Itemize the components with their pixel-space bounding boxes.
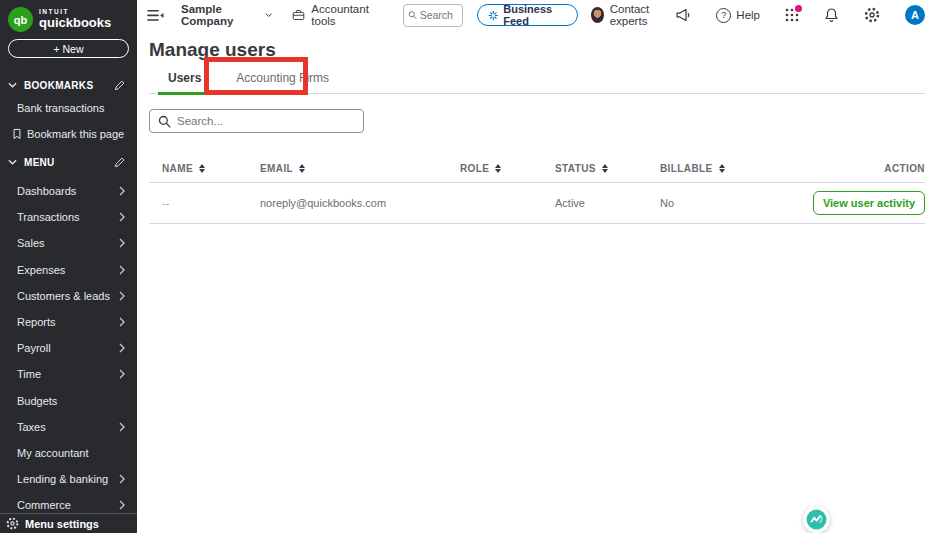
assistant-widget-icon [806, 509, 827, 530]
cell-billable: No [660, 197, 785, 209]
column-header-role[interactable]: ROLE [460, 163, 555, 174]
sidebar-item-label: Commerce [17, 499, 119, 511]
sidebar-item-label: Budgets [17, 395, 125, 407]
briefcase-icon [292, 8, 305, 22]
chevron-right-icon [119, 422, 125, 432]
column-label: EMAIL [260, 163, 293, 174]
user-search[interactable] [149, 109, 364, 133]
chevron-right-icon [119, 291, 125, 301]
cell-email: noreply@quickbooks.com [260, 197, 460, 209]
chevron-right-icon [119, 212, 125, 222]
contact-experts-button[interactable]: Contact experts [591, 3, 676, 27]
column-header-status[interactable]: STATUS [555, 163, 660, 174]
sidebar-item-expenses[interactable]: Expenses [0, 257, 137, 283]
column-header-email[interactable]: EMAIL [260, 163, 460, 174]
sidebar-item-bookmark-this-page[interactable]: Bookmark this page [0, 121, 137, 147]
search-icon [158, 115, 171, 128]
gear-icon[interactable] [864, 7, 880, 23]
help-button[interactable]: ? Help [716, 8, 760, 23]
bell-icon[interactable] [824, 7, 839, 23]
account-avatar[interactable]: A [905, 5, 925, 25]
sidebar-item-label: Payroll [17, 342, 119, 354]
table-header: NAME EMAIL ROLE STATUS BILLABLE ACTION [149, 154, 925, 183]
sidebar-item-bank-transactions[interactable]: Bank transactions [0, 95, 137, 121]
chevron-right-icon [119, 238, 125, 248]
pencil-icon[interactable] [114, 80, 125, 91]
new-button[interactable]: + New [8, 39, 129, 58]
topbar: Sample Company Accountant tools Business… [137, 0, 937, 30]
business-feed-label: Business Feed [503, 3, 566, 27]
sidebar-item-lending-banking[interactable]: Lending & banking [0, 466, 137, 492]
user-search-input[interactable] [177, 115, 355, 127]
chevron-right-icon [119, 317, 125, 327]
chevron-down-icon [8, 159, 17, 165]
tab-accounting-firms[interactable]: Accounting Firms [226, 71, 339, 93]
quickbooks-logo[interactable]: qb INTUIT quickbooks [0, 0, 137, 32]
business-feed-button[interactable]: Business Feed [477, 4, 578, 26]
chevron-right-icon [119, 474, 125, 484]
menu-section-header[interactable]: MENU [0, 152, 137, 172]
chevron-right-icon [119, 186, 125, 196]
logo-text: INTUIT quickbooks [39, 9, 111, 29]
sidebar: qb INTUIT quickbooks + New BOOKMARKS Ban… [0, 0, 137, 533]
chevron-right-icon [119, 343, 125, 353]
bookmarks-header-label: BOOKMARKS [24, 80, 93, 91]
topbar-right-cluster: ? Help A [675, 5, 937, 25]
sidebar-item-label: Time [17, 368, 119, 380]
sidebar-item-taxes[interactable]: Taxes [0, 414, 137, 440]
sidebar-item-label: Lending & banking [17, 473, 119, 485]
chevron-right-icon [119, 265, 125, 275]
logo-product-label: quickbooks [39, 16, 111, 30]
cell-status: Active [555, 197, 660, 209]
sidebar-item-dashboards[interactable]: Dashboards [0, 178, 137, 204]
accountant-tools-button[interactable]: Accountant tools [292, 3, 380, 27]
assistant-widget-button[interactable] [803, 506, 830, 533]
sidebar-item-customers-leads[interactable]: Customers & leads [0, 283, 137, 309]
column-label: STATUS [555, 163, 596, 174]
accountant-tools-label: Accountant tools [311, 3, 380, 27]
megaphone-icon[interactable] [675, 8, 691, 22]
tab-bar: Users Accounting Firms [149, 71, 925, 94]
sidebar-item-label: Bookmark this page [27, 128, 125, 140]
company-name-label: Sample Company [181, 3, 260, 27]
table-row: -- noreply@quickbooks.com Active No View… [149, 183, 925, 224]
sidebar-item-budgets[interactable]: Budgets [0, 388, 137, 414]
column-header-name[interactable]: NAME [149, 163, 260, 174]
menu-settings-label: Menu settings [25, 518, 99, 530]
sidebar-item-label: Dashboards [17, 185, 119, 197]
sparkle-icon [488, 9, 499, 22]
sort-icon [719, 164, 725, 173]
menu-header-label: MENU [24, 157, 55, 168]
sidebar-item-transactions[interactable]: Transactions [0, 204, 137, 230]
cell-action: View user activity [785, 191, 925, 215]
sidebar-item-sales[interactable]: Sales [0, 230, 137, 256]
sort-icon [602, 164, 608, 173]
view-user-activity-button[interactable]: View user activity [813, 191, 925, 215]
sidebar-item-payroll[interactable]: Payroll [0, 335, 137, 361]
notification-dot [795, 5, 802, 12]
page-title: Manage users [149, 39, 925, 61]
sidebar-item-label: Expenses [17, 264, 119, 276]
apps-grid-button[interactable] [785, 8, 799, 22]
sidebar-item-time[interactable]: Time [0, 361, 137, 387]
sidebar-item-my-accountant[interactable]: My accountant [0, 440, 137, 466]
pencil-icon[interactable] [114, 157, 125, 168]
sidebar-item-label: Bank transactions [17, 102, 125, 114]
bookmarks-section-header[interactable]: BOOKMARKS [0, 75, 137, 95]
global-search[interactable] [403, 4, 463, 27]
menu-settings-button[interactable]: Menu settings [0, 513, 137, 533]
search-icon [408, 9, 417, 21]
collapse-menu-icon[interactable] [147, 9, 164, 22]
company-switcher[interactable]: Sample Company [181, 3, 272, 27]
expert-avatar [591, 7, 604, 23]
qb-logo-icon: qb [8, 7, 33, 32]
column-label: ROLE [460, 163, 489, 174]
column-label: NAME [162, 163, 193, 174]
sidebar-item-label: My accountant [17, 447, 125, 459]
sidebar-item-label: Sales [17, 237, 119, 249]
column-label: BILLABLE [660, 163, 713, 174]
sidebar-item-reports[interactable]: Reports [0, 309, 137, 335]
global-search-input[interactable] [420, 9, 458, 21]
tab-users[interactable]: Users [158, 71, 211, 95]
column-header-billable[interactable]: BILLABLE [660, 163, 785, 174]
